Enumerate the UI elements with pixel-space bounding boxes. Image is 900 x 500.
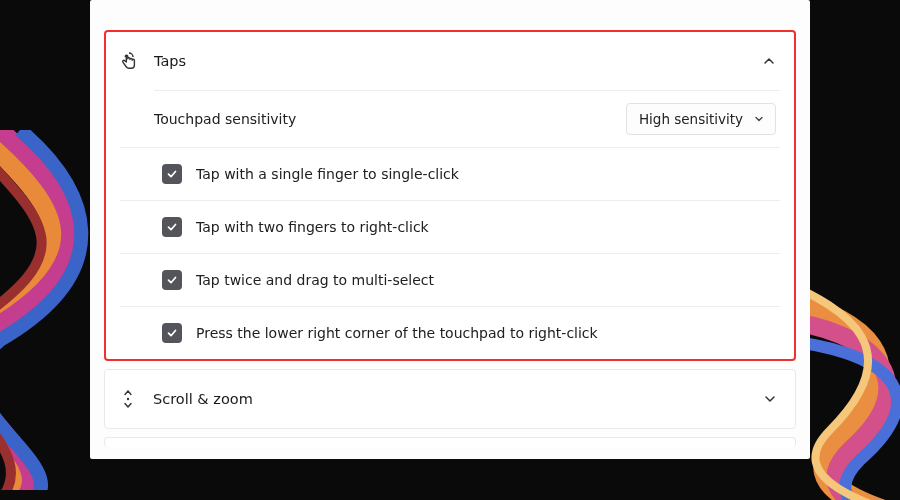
tap-option-label: Tap with a single finger to single-click [196, 166, 459, 182]
tap-option-corner-right-click[interactable]: Press the lower right corner of the touc… [106, 307, 794, 359]
taps-section: Taps Touchpad sensitivity High sensitivi… [104, 30, 796, 361]
svg-point-0 [127, 398, 129, 400]
sensitivity-row: Touchpad sensitivity High sensitivity [106, 91, 794, 147]
sensitivity-selected: High sensitivity [639, 111, 743, 127]
checkbox-checked-icon[interactable] [162, 217, 182, 237]
tap-option-label: Tap twice and drag to multi-select [196, 272, 434, 288]
checkbox-checked-icon[interactable] [162, 164, 182, 184]
taps-section-header[interactable]: Taps [106, 32, 794, 90]
settings-panel: Taps Touchpad sensitivity High sensitivi… [90, 0, 810, 459]
checkbox-checked-icon[interactable] [162, 270, 182, 290]
scroll-zoom-icon [117, 388, 139, 410]
tap-option-label: Tap with two fingers to right-click [196, 219, 429, 235]
checkbox-checked-icon[interactable] [162, 323, 182, 343]
tap-icon [118, 50, 140, 72]
scroll-zoom-title: Scroll & zoom [153, 391, 763, 407]
tap-option-label: Press the lower right corner of the touc… [196, 325, 598, 341]
chevron-down-icon [753, 113, 765, 125]
sensitivity-dropdown[interactable]: High sensitivity [626, 103, 776, 135]
scroll-zoom-header[interactable]: Scroll & zoom [105, 370, 795, 428]
taps-title: Taps [154, 53, 762, 69]
tap-option-right-click[interactable]: Tap with two fingers to right-click [106, 201, 794, 253]
chevron-up-icon [762, 54, 776, 68]
tap-option-multi-select[interactable]: Tap twice and drag to multi-select [106, 254, 794, 306]
next-section-peek [104, 437, 796, 447]
chevron-down-icon [763, 392, 777, 406]
tap-option-single-click[interactable]: Tap with a single finger to single-click [106, 148, 794, 200]
sensitivity-label: Touchpad sensitivity [154, 111, 626, 127]
scroll-zoom-section: Scroll & zoom [104, 369, 796, 429]
